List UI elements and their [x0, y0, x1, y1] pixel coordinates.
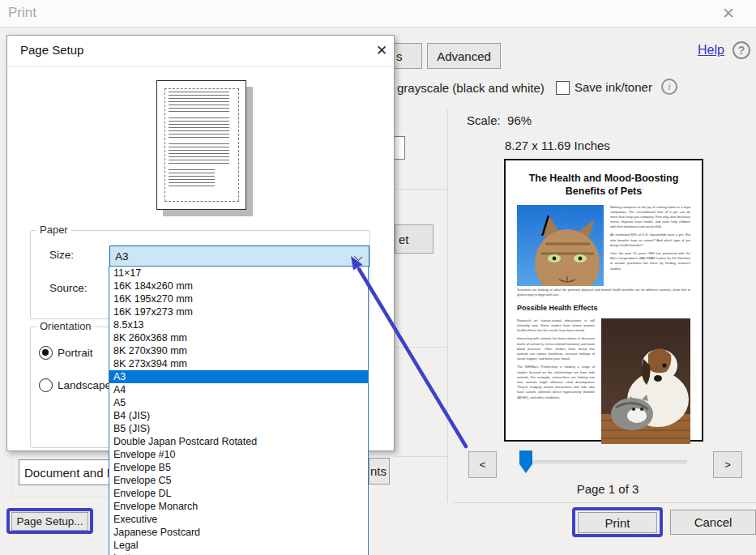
preview-scientists-text: Scientists are looking at what the poten… — [517, 288, 690, 297]
greeked-text-block — [169, 169, 215, 189]
cat-photo — [517, 205, 604, 286]
size-option[interactable]: 8K 260x368 mm — [109, 331, 368, 344]
print-preview-page: The Health and Mood-Boosting Benefits of… — [504, 159, 703, 442]
page-slider-thumb[interactable] — [519, 450, 532, 473]
previous-page-button[interactable]: < — [468, 451, 497, 478]
size-option[interactable]: Executive — [109, 513, 368, 526]
size-option[interactable]: Envelope C5 — [109, 474, 368, 487]
paper-size-value: A3 — [115, 250, 129, 263]
size-option[interactable]: 16K 184x260 mm — [109, 280, 368, 292]
print-window: Print ✕ s Advanced Help ? grayscale (bla… — [0, 0, 756, 555]
preview-intro-text: Nothing compares to the joy of coming ho… — [610, 205, 690, 286]
size-option[interactable]: Envelope #10 — [109, 448, 368, 461]
printable-area-outline — [164, 88, 239, 202]
size-option[interactable]: 16K 197x273 mm — [109, 305, 368, 318]
page-setup-button[interactable]: Page Setup... — [11, 512, 88, 531]
save-toner-checkbox[interactable] — [556, 81, 570, 95]
help-icon[interactable]: ? — [733, 41, 750, 59]
dialog-title-divider — [7, 66, 394, 67]
greeked-text-block — [169, 117, 229, 140]
size-option[interactable]: 8K 273x394 mm — [109, 357, 368, 370]
page-layout-thumbnail — [156, 80, 246, 210]
window-title: Print — [8, 5, 36, 21]
scale-value: 96% — [507, 113, 532, 127]
window-titlebar — [0, 0, 756, 27]
dialog-close-icon[interactable]: ✕ — [371, 41, 392, 61]
size-option[interactable]: Legal — [109, 539, 368, 552]
next-page-button[interactable]: > — [713, 451, 742, 478]
source-label: Source: — [49, 282, 88, 294]
dog-and-cat-photo — [601, 318, 690, 444]
size-option[interactable]: 16K 195x270 mm — [109, 292, 368, 305]
preview-effects-text: Research on human-animal interactions is… — [517, 318, 595, 444]
greeked-text-block — [169, 92, 229, 114]
grayscale-checkbox-label: grayscale (black and white) — [397, 81, 545, 95]
page-indicator: Page 1 of 3 — [510, 482, 705, 496]
paper-size-combobox[interactable]: A3 — [109, 245, 369, 267]
groupbox-line-fragment — [395, 189, 447, 190]
size-option[interactable]: 8.5x13 — [109, 318, 368, 331]
size-option[interactable]: A3 — [109, 370, 368, 383]
close-icon[interactable]: ✕ — [718, 3, 739, 24]
size-option[interactable]: 11×17 — [109, 267, 368, 280]
help-link[interactable]: Help — [698, 43, 724, 58]
scale-readout: Scale: 96% — [467, 113, 532, 127]
radio-label: Landscape — [58, 379, 111, 391]
landscape-radio[interactable]: Landscape — [39, 378, 111, 392]
greeked-text-block — [169, 143, 229, 166]
size-option[interactable]: A5 — [109, 396, 368, 409]
footer-divider — [454, 502, 756, 503]
size-option[interactable]: 8K 270x390 mm — [109, 344, 368, 357]
size-option[interactable]: Envelope B5 — [109, 461, 368, 474]
handling-button-fragment[interactable]: et — [395, 224, 434, 254]
save-toner-label: Save ink/toner — [574, 80, 652, 94]
cancel-button[interactable]: Cancel — [670, 510, 756, 535]
size-option[interactable]: Double Japan Postcard Rotated — [109, 435, 368, 448]
size-option[interactable]: Envelope Monarch — [109, 500, 368, 513]
summarize-comments-button-fragment[interactable]: nts — [369, 458, 390, 485]
size-dropdown-list[interactable]: 11×1716K 184x260 mm16K 195x270 mm16K 197… — [109, 266, 369, 555]
radio-icon[interactable] — [39, 378, 53, 392]
size-option[interactable]: Letter — [109, 552, 368, 555]
print-button[interactable]: Print — [578, 512, 657, 533]
chevron-down-icon[interactable] — [354, 253, 362, 261]
orientation-group-label: Orientation — [36, 320, 95, 332]
size-option[interactable]: A4 — [109, 383, 368, 396]
panel-separator — [447, 109, 448, 502]
radio-icon[interactable] — [39, 346, 53, 360]
advanced-button[interactable]: Advanced — [427, 43, 501, 69]
radio-label: Portrait — [58, 347, 93, 359]
paper-group-label: Paper — [36, 224, 71, 236]
scale-label: Scale: — [467, 113, 501, 127]
size-label: Size: — [49, 249, 74, 261]
preview-section-heading: Possible Health Effects — [517, 304, 690, 312]
preview-title: The Health and Mood-Boosting Benefits of… — [517, 172, 690, 199]
page-setup-dialog-title: Page Setup — [20, 43, 83, 57]
info-icon[interactable]: i — [661, 79, 677, 95]
paper-dimensions: 8.27 x 11.69 Inches — [505, 139, 610, 152]
groupbox-line-fragment — [395, 456, 447, 457]
page-slider-track[interactable] — [524, 460, 687, 463]
titlebar-divider — [0, 27, 756, 28]
portrait-radio[interactable]: Portrait — [39, 346, 93, 360]
properties-button-fragment[interactable]: s — [390, 43, 422, 69]
size-option[interactable]: B4 (JIS) — [109, 409, 368, 422]
size-option[interactable]: Envelope DL — [109, 487, 368, 500]
size-option[interactable]: Japanese Postcard — [109, 526, 368, 539]
size-option[interactable]: B5 (JIS) — [109, 422, 368, 435]
groupbox-line-fragment — [395, 347, 447, 348]
